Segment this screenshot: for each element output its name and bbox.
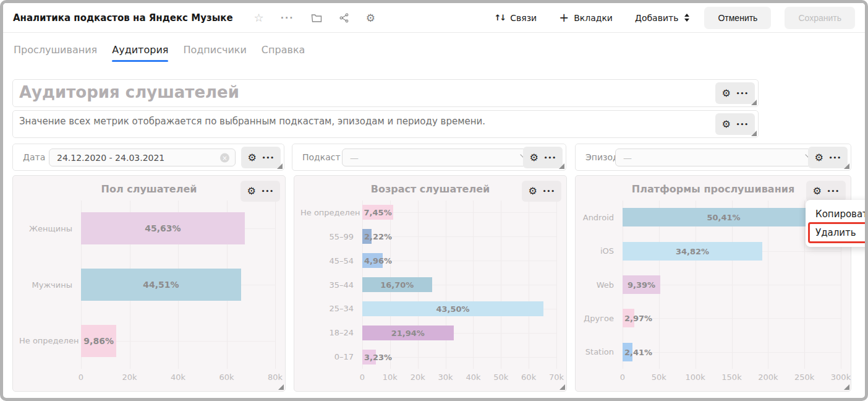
- bar-Мужчины[interactable]: 44,51%: [81, 269, 241, 301]
- chart-row: Station2,41%: [582, 335, 841, 369]
- chart-row: 35–4416,70%: [300, 273, 556, 297]
- category-label: 45–54: [300, 256, 362, 265]
- resize-handle[interactable]: [559, 163, 564, 169]
- folder-icon[interactable]: [311, 13, 322, 23]
- bar-55–99[interactable]: 2,22%: [362, 229, 372, 244]
- bar-value-label: 50,41%: [707, 213, 740, 222]
- bar-value-label: 2,22%: [364, 232, 392, 241]
- resize-handle[interactable]: [278, 384, 284, 390]
- bar-Другое[interactable]: 2,97%: [623, 309, 634, 327]
- section-title: Аудитория слушателей: [19, 83, 239, 101]
- chart-row: 25–3443,50%: [300, 296, 556, 321]
- widget-controls: ⚙ •••: [715, 82, 755, 104]
- x-tick-label: 60k: [521, 373, 536, 382]
- add-button[interactable]: Добавить: [635, 13, 689, 23]
- bar-value-label: 16,70%: [380, 280, 414, 290]
- bar-18–24[interactable]: 21,94%: [362, 326, 454, 340]
- x-tick-label: 0: [360, 373, 365, 382]
- add-label: Добавить: [635, 13, 678, 23]
- category-label: Android: [582, 213, 623, 222]
- podcast-select-value: —: [350, 153, 359, 163]
- top-header: Аналитика подкастов на Яндекс Музыке ☆ ·…: [3, 3, 865, 33]
- row-gridline: [623, 318, 841, 319]
- widget-controls: ⚙ •••: [240, 181, 280, 202]
- clear-icon[interactable]: ×: [220, 153, 229, 162]
- episode-select-value: —: [623, 153, 632, 163]
- resize-handle[interactable]: [751, 131, 757, 136]
- bar-track: 43,50%: [362, 296, 556, 321]
- header-icon-group: ☆ ··· ⚙: [254, 11, 375, 24]
- widget-controls: ⚙ •••: [522, 181, 561, 202]
- widget-gear-icon[interactable]: ⚙: [247, 186, 255, 196]
- settings-gear-icon[interactable]: ⚙: [366, 12, 375, 24]
- tab-podpischiki[interactable]: Подписчики: [183, 44, 246, 62]
- save-button[interactable]: Сохранить: [785, 7, 855, 29]
- tab-auditoriya[interactable]: Аудитория: [112, 44, 168, 62]
- resize-handle[interactable]: [560, 384, 565, 390]
- widget-menu-icon[interactable]: •••: [262, 188, 274, 194]
- resize-handle[interactable]: [751, 100, 757, 105]
- date-range-input[interactable]: 24.12.2020 - 24.03.2021 ×: [49, 149, 236, 166]
- plus-icon: +: [559, 12, 569, 24]
- widget-menu-icon[interactable]: •••: [829, 155, 841, 161]
- bar-Не определен[interactable]: 9,86%: [81, 325, 116, 357]
- widget-gear-icon[interactable]: ⚙: [721, 88, 730, 98]
- bar-25–34[interactable]: 43,50%: [362, 301, 543, 316]
- bar-Web[interactable]: 9,39%: [623, 275, 660, 294]
- widget-menu-icon[interactable]: •••: [827, 188, 840, 194]
- resize-handle[interactable]: [277, 163, 283, 169]
- bar-Station[interactable]: 2,41%: [623, 343, 632, 361]
- widget-menu-icon[interactable]: •••: [736, 121, 749, 127]
- chart-row: Не определен7,45%: [300, 200, 556, 225]
- bar-iOS[interactable]: 34,82%: [623, 242, 762, 261]
- row-gridline: [623, 352, 841, 353]
- category-label: 55–99: [300, 232, 362, 241]
- chart-row: Android50,41%: [582, 200, 841, 234]
- category-label: Женщины: [19, 224, 81, 233]
- widget-gear-icon[interactable]: ⚙: [812, 186, 821, 196]
- tab-proslushivaniya[interactable]: Прослушивания: [14, 44, 97, 62]
- category-label: 0–17: [300, 352, 362, 361]
- resize-handle[interactable]: [844, 384, 849, 390]
- bar-track: 2,41%: [623, 335, 841, 369]
- tab-spravka[interactable]: Справка: [262, 44, 305, 62]
- category-label: Не определен: [300, 208, 362, 217]
- chart-row: Другое2,97%: [582, 301, 841, 335]
- widget-menu-icon[interactable]: •••: [543, 188, 555, 194]
- x-tick-label: 10k: [383, 373, 398, 382]
- widget-gear-icon[interactable]: ⚙: [814, 153, 823, 163]
- menu-item-delete[interactable]: Удалить: [806, 223, 868, 242]
- cancel-button[interactable]: Отменить: [704, 7, 771, 29]
- share-icon[interactable]: [339, 13, 349, 23]
- x-tick-label: 0: [620, 373, 625, 382]
- menu-item-copy[interactable]: Копировать: [806, 205, 868, 223]
- widget-gear-icon[interactable]: ⚙: [529, 153, 538, 163]
- filter-date-widget: Дата 24.12.2020 - 24.03.2021 × ⚙ •••: [12, 144, 284, 171]
- x-tick-label: 150k: [721, 373, 741, 382]
- filter-podcast-widget: Подкаст — ⚙ •••: [292, 144, 566, 171]
- tabs-button[interactable]: + Вкладки: [559, 12, 613, 24]
- category-label: Не определен: [19, 336, 81, 345]
- widget-menu-icon[interactable]: •••: [544, 155, 556, 161]
- bar-Женщины[interactable]: 45,63%: [81, 212, 245, 244]
- bar-45–54[interactable]: 4,96%: [362, 253, 383, 268]
- more-options-icon[interactable]: ···: [281, 13, 294, 23]
- x-tick-label: 40k: [466, 373, 480, 382]
- age-bar-chart: Не определен7,45%55–992,22%45–544,96%35–…: [300, 200, 556, 387]
- bar-Android[interactable]: 50,41%: [623, 208, 825, 226]
- widget-gear-icon[interactable]: ⚙: [721, 119, 730, 129]
- widget-menu-icon[interactable]: •••: [736, 90, 749, 97]
- favorite-star-icon[interactable]: ☆: [254, 11, 264, 24]
- relations-button[interactable]: ↑↓ Связи: [494, 13, 537, 23]
- widget-gear-icon[interactable]: ⚙: [528, 186, 537, 196]
- x-tick-label: 200k: [758, 373, 778, 382]
- x-axis: 050k100k150k200k250k300k: [623, 373, 841, 383]
- resize-handle[interactable]: [844, 163, 849, 169]
- bar-35–44[interactable]: 16,70%: [362, 277, 432, 292]
- x-axis: 020k40k60k80k: [81, 373, 275, 383]
- bar-0–17[interactable]: 3,23%: [362, 350, 376, 364]
- bar-Не определен[interactable]: 7,45%: [362, 205, 393, 220]
- category-label: iOS: [582, 246, 623, 256]
- widget-menu-icon[interactable]: •••: [262, 155, 274, 161]
- widget-gear-icon[interactable]: ⚙: [247, 153, 256, 163]
